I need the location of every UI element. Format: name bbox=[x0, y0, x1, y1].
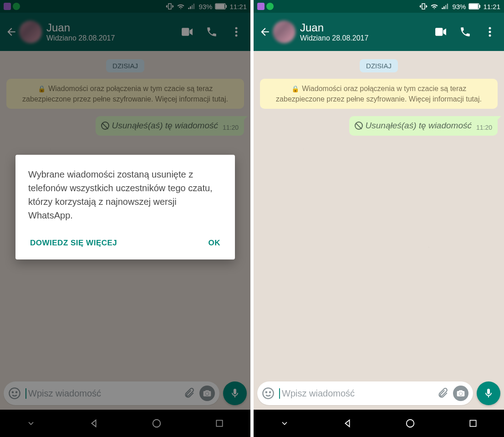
svg-rect-13 bbox=[469, 4, 478, 9]
nav-home-icon[interactable] bbox=[405, 418, 415, 428]
svg-point-19 bbox=[263, 388, 273, 398]
mic-button[interactable] bbox=[477, 381, 500, 405]
spotify-notification-icon bbox=[266, 3, 274, 10]
battery-icon bbox=[468, 3, 480, 10]
clock-time: 11:21 bbox=[483, 3, 500, 10]
outgoing-message[interactable]: Usunąłeś(aś) tę wiadomość 11:20 bbox=[349, 116, 498, 136]
lock-icon: 🔒 bbox=[291, 85, 299, 92]
svg-rect-15 bbox=[435, 28, 443, 36]
svg-point-21 bbox=[270, 392, 270, 393]
nav-recent-icon[interactable] bbox=[468, 419, 478, 428]
encryption-banner[interactable]: 🔒 Wiadomości oraz połączenia w tym czaci… bbox=[260, 79, 498, 109]
message-input-bar: Wpisz wiadomość bbox=[254, 378, 504, 410]
svg-rect-23 bbox=[470, 420, 476, 426]
dialog-body: Wybrane wiadomości zostaną usunięte z te… bbox=[28, 168, 222, 222]
battery-percent: 93% bbox=[452, 3, 466, 10]
message-timestamp: 11:20 bbox=[476, 124, 492, 131]
app-notification-icon bbox=[257, 3, 265, 10]
chat-header: Juan Widziano 28.08.2017 bbox=[254, 13, 504, 51]
deleted-message-text: Usunąłeś(aś) tę wiadomość bbox=[366, 121, 472, 131]
delete-info-dialog: Wybrane wiadomości zostaną usunięte z te… bbox=[15, 155, 235, 259]
svg-rect-14 bbox=[479, 5, 480, 8]
learn-more-button[interactable]: DOWIEDZ SIĘ WIĘCEJ bbox=[28, 235, 119, 251]
more-menu-icon[interactable] bbox=[484, 26, 496, 38]
vibrate-icon bbox=[419, 2, 428, 10]
ok-button[interactable]: OK bbox=[207, 235, 223, 251]
emoji-icon[interactable] bbox=[262, 387, 275, 400]
video-call-icon[interactable] bbox=[435, 26, 447, 38]
back-button[interactable] bbox=[258, 26, 272, 38]
message-input-pill[interactable]: Wpisz wiadomość bbox=[257, 381, 473, 405]
svg-point-18 bbox=[489, 35, 491, 37]
android-status-bar: 93% 11:21 bbox=[254, 0, 504, 13]
contact-last-seen: Widziano 28.08.2017 bbox=[300, 34, 435, 42]
wifi-icon bbox=[430, 2, 438, 10]
svg-point-22 bbox=[407, 420, 414, 427]
attach-icon[interactable] bbox=[437, 387, 448, 399]
contact-name: Juan bbox=[300, 21, 435, 34]
phone-left: 93% 11:21 Juan Widziano 28.08.2017 bbox=[0, 0, 250, 437]
phone-right: 93% 11:21 Juan Widziano 28.08.2017 bbox=[254, 0, 504, 437]
signal-icon bbox=[441, 2, 449, 10]
nav-chevron-icon[interactable] bbox=[280, 419, 289, 428]
nav-back-icon[interactable] bbox=[342, 418, 352, 428]
contact-info[interactable]: Juan Widziano 28.08.2017 bbox=[300, 21, 435, 42]
chat-messages-area: DZISIAJ 🔒 Wiadomości oraz połączenia w t… bbox=[254, 51, 504, 378]
prohibit-icon bbox=[355, 122, 363, 130]
camera-icon[interactable] bbox=[453, 386, 468, 401]
svg-point-20 bbox=[266, 392, 267, 393]
voice-call-icon[interactable] bbox=[459, 26, 471, 38]
encryption-text: Wiadomości oraz połączenia w tym czacie … bbox=[276, 85, 482, 103]
svg-point-16 bbox=[489, 27, 491, 30]
android-nav-bar bbox=[254, 410, 504, 437]
svg-point-17 bbox=[489, 31, 491, 33]
contact-avatar[interactable] bbox=[273, 20, 295, 43]
message-input[interactable]: Wpisz wiadomość bbox=[279, 388, 432, 399]
date-separator: DZISIAJ bbox=[360, 59, 398, 72]
